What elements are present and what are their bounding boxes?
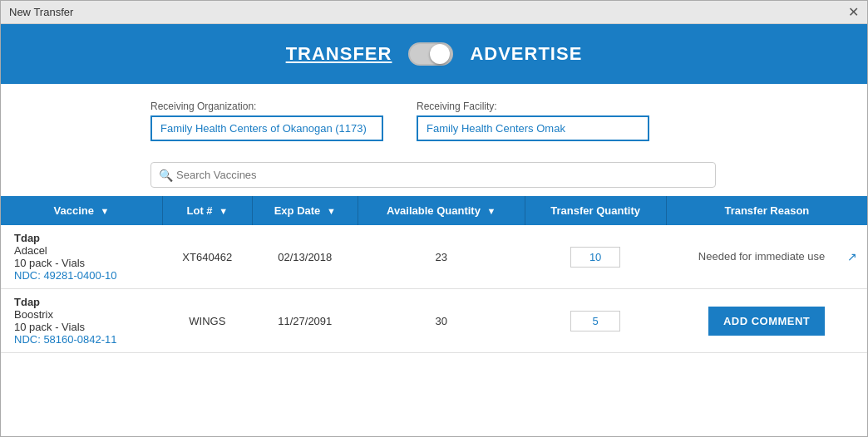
- edit-icon-0[interactable]: ↗: [847, 250, 857, 263]
- main-window: New Transfer ✕ TRANSFER ADVERTISE Receiv…: [0, 0, 868, 437]
- search-wrapper: 🔍: [150, 162, 716, 188]
- qty-sort-icon[interactable]: ▼: [487, 206, 496, 216]
- toggle-knob: [430, 44, 450, 64]
- vaccine-table-section: Vaccine ▼ Lot # ▼ Exp Date ▼ Available: [1, 196, 867, 436]
- vaccine-cell-0: Tdap Adacel 10 pack - Vials NDC: 49281-0…: [1, 225, 162, 289]
- available-qty-cell-0: 23: [358, 225, 525, 289]
- lot-cell-0: XT640462: [162, 225, 252, 289]
- col-transfer-reason: Transfer Reason: [666, 196, 867, 225]
- vaccine-ndc-0: NDC: 49281-0400-10: [14, 269, 152, 282]
- col-available-qty: Available Quantity ▼: [358, 196, 525, 225]
- mode-header: TRANSFER ADVERTISE: [1, 24, 867, 84]
- expdate-sort-icon[interactable]: ▼: [327, 206, 336, 216]
- lot-cell-1: WINGS: [162, 289, 252, 353]
- expdate-cell-1: 11/27/2091: [252, 289, 358, 353]
- transfer-label[interactable]: TRANSFER: [286, 43, 392, 65]
- close-button[interactable]: ✕: [848, 6, 859, 19]
- receiving-org-group: Receiving Organization:: [150, 101, 383, 141]
- vaccine-brand-0: Adacel: [14, 244, 152, 257]
- receiving-org-input[interactable]: [150, 115, 383, 141]
- table-row: Tdap Adacel 10 pack - Vials NDC: 49281-0…: [1, 225, 867, 289]
- vaccine-sort-icon[interactable]: ▼: [101, 206, 110, 216]
- add-comment-button-1[interactable]: ADD COMMENT: [708, 307, 825, 336]
- reason-text-0: Needed for immediate use: [698, 250, 825, 263]
- vaccine-cell-1: Tdap Boostrix 10 pack - Vials NDC: 58160…: [1, 289, 162, 353]
- advertise-label[interactable]: ADVERTISE: [470, 43, 582, 65]
- toggle-switch[interactable]: [408, 42, 453, 66]
- search-section: 🔍: [1, 150, 867, 196]
- available-qty-cell-1: 30: [358, 289, 525, 353]
- transfer-reason-cell-0: ↗ Needed for immediate use: [666, 225, 867, 289]
- col-expdate: Exp Date ▼: [252, 196, 358, 225]
- search-icon: 🔍: [159, 169, 173, 182]
- receiving-facility-label: Receiving Facility:: [417, 101, 649, 112]
- transfer-qty-input-0[interactable]: [570, 247, 620, 268]
- table-row: Tdap Boostrix 10 pack - Vials NDC: 58160…: [1, 289, 867, 353]
- vaccine-name-0: Tdap: [14, 232, 152, 244]
- transfer-qty-cell-1: [525, 289, 666, 353]
- vaccine-ndc-1: NDC: 58160-0842-11: [14, 333, 152, 346]
- col-vaccine: Vaccine ▼: [1, 196, 162, 225]
- search-input[interactable]: [150, 162, 716, 188]
- expdate-cell-0: 02/13/2018: [252, 225, 358, 289]
- vaccine-pack-1: 10 pack - Vials: [14, 321, 152, 333]
- receiving-facility-input[interactable]: [417, 115, 649, 141]
- vaccine-brand-1: Boostrix: [14, 308, 152, 321]
- transfer-qty-input-1[interactable]: [570, 311, 620, 331]
- receiving-facility-group: Receiving Facility:: [417, 101, 649, 141]
- vaccine-name-1: Tdap: [14, 296, 152, 308]
- window-title: New Transfer: [9, 6, 73, 18]
- col-lot: Lot # ▼: [162, 196, 252, 225]
- vaccine-pack-0: 10 pack - Vials: [14, 257, 152, 269]
- title-bar: New Transfer ✕: [1, 1, 867, 24]
- transfer-qty-cell-0: [525, 225, 666, 289]
- form-section: Receiving Organization: Receiving Facili…: [1, 84, 867, 150]
- content-area: Receiving Organization: Receiving Facili…: [1, 84, 867, 436]
- vaccine-table: Vaccine ▼ Lot # ▼ Exp Date ▼ Available: [1, 196, 867, 353]
- col-transfer-qty: Transfer Quantity: [525, 196, 666, 225]
- receiving-org-label: Receiving Organization:: [150, 101, 383, 112]
- mode-toggle[interactable]: [408, 42, 453, 66]
- lot-sort-icon[interactable]: ▼: [219, 206, 228, 216]
- transfer-reason-cell-1: ADD COMMENT: [666, 289, 867, 353]
- table-header-row: Vaccine ▼ Lot # ▼ Exp Date ▼ Available: [1, 196, 867, 225]
